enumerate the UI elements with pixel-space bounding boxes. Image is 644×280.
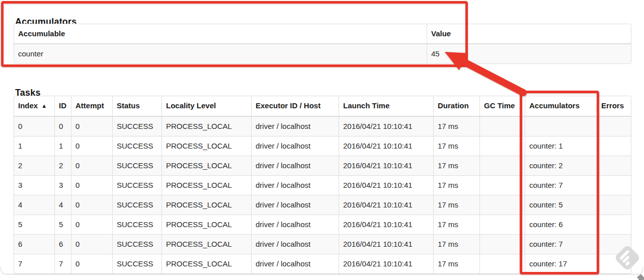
column-header-gc[interactable]: GC Time xyxy=(479,96,525,117)
column-label: Locality Level xyxy=(166,101,216,110)
cell-accumulators: counter: 6 xyxy=(525,215,597,234)
cell-attempt: 0 xyxy=(71,254,112,273)
column-label: Accumulable xyxy=(18,29,65,38)
cell-attempt: 0 xyxy=(71,175,112,195)
cell-index: 1 xyxy=(14,136,54,156)
cell-accumulable: counter xyxy=(14,44,427,63)
table-row: 660SUCCESSPROCESS_LOCALdriver / localhos… xyxy=(14,234,631,254)
cell-id: 2 xyxy=(54,156,71,175)
cell-launch: 2016/04/21 10:10:41 xyxy=(339,234,433,254)
cell-locality: PROCESS_LOCAL xyxy=(162,234,251,254)
table-row: counter45 xyxy=(14,44,631,63)
cell-status: SUCCESS xyxy=(112,117,162,136)
cell-id: 0 xyxy=(54,117,71,136)
cell-errors xyxy=(597,195,631,215)
column-header-locality[interactable]: Locality Level xyxy=(162,96,251,117)
cell-executor: driver / localhost xyxy=(251,117,339,136)
cell-launch: 2016/04/21 10:10:41 xyxy=(339,136,433,156)
cell-gc xyxy=(479,156,525,175)
cell-launch: 2016/04/21 10:10:41 xyxy=(339,254,433,273)
cell-attempt: 0 xyxy=(71,156,112,175)
table-row: 330SUCCESSPROCESS_LOCALdriver / localhos… xyxy=(14,175,631,195)
cell-launch: 2016/04/21 10:10:41 xyxy=(339,175,433,195)
cell-gc xyxy=(479,215,525,234)
cell-gc xyxy=(479,234,525,254)
cell-index: 7 xyxy=(14,254,54,273)
cell-index: 5 xyxy=(14,215,54,234)
table-row: 110SUCCESSPROCESS_LOCALdriver / localhos… xyxy=(14,136,631,156)
cell-executor: driver / localhost xyxy=(251,195,339,215)
cell-duration: 17 ms xyxy=(433,254,479,273)
cell-gc xyxy=(479,254,525,273)
column-header-status[interactable]: Status xyxy=(112,96,162,117)
cell-executor: driver / localhost xyxy=(251,156,339,175)
cell-status: SUCCESS xyxy=(112,175,162,195)
cell-gc xyxy=(479,136,525,156)
cell-locality: PROCESS_LOCAL xyxy=(162,215,251,234)
cell-duration: 17 ms xyxy=(433,175,479,195)
column-label: GC Time xyxy=(484,101,515,110)
cell-duration: 17 ms xyxy=(433,195,479,215)
column-header-accumulators[interactable]: Accumulators xyxy=(525,96,597,117)
cell-attempt: 0 xyxy=(71,195,112,215)
column-header-executor[interactable]: Executor ID / Host xyxy=(251,96,339,117)
column-label: Status xyxy=(117,101,140,110)
column-header-errors[interactable]: Errors xyxy=(597,96,631,117)
cell-gc xyxy=(479,195,525,215)
column-label: Errors xyxy=(601,101,624,110)
cell-locality: PROCESS_LOCAL xyxy=(162,117,251,136)
cell-executor: driver / localhost xyxy=(251,136,339,156)
column-header-launch[interactable]: Launch Time xyxy=(339,96,433,117)
cell-errors xyxy=(597,156,631,175)
cell-errors xyxy=(597,234,631,254)
accumulators-table: AccumulableValue counter45 xyxy=(14,24,631,64)
cell-accumulators: counter: 7 xyxy=(525,175,597,195)
cell-attempt: 0 xyxy=(71,234,112,254)
cell-locality: PROCESS_LOCAL xyxy=(162,175,251,195)
cell-errors xyxy=(597,117,631,136)
cell-errors xyxy=(597,136,631,156)
column-header-id[interactable]: ID xyxy=(54,96,71,117)
cell-locality: PROCESS_LOCAL xyxy=(162,136,251,156)
tasks-header-row: Index▲IDAttemptStatusLocality LevelExecu… xyxy=(14,96,631,117)
column-header-duration[interactable]: Duration xyxy=(433,96,479,117)
cell-gc xyxy=(479,117,525,136)
cell-errors xyxy=(597,175,631,195)
cell-accumulators: counter: 5 xyxy=(525,195,597,215)
cell-index: 3 xyxy=(14,175,54,195)
cell-id: 1 xyxy=(54,136,71,156)
cell-status: SUCCESS xyxy=(112,195,162,215)
column-label: Index xyxy=(18,101,38,110)
cell-attempt: 0 xyxy=(71,215,112,234)
cell-id: 5 xyxy=(54,215,71,234)
cell-index: 2 xyxy=(14,156,54,175)
cell-accumulators: counter: 2 xyxy=(525,156,597,175)
cell-executor: driver / localhost xyxy=(251,254,339,273)
column-header-index[interactable]: Index▲ xyxy=(14,96,54,117)
tasks-table: Index▲IDAttemptStatusLocality LevelExecu… xyxy=(14,96,631,274)
column-label: Executor ID / Host xyxy=(256,101,320,110)
column-header-value: Value xyxy=(427,24,631,44)
table-row: 770SUCCESSPROCESS_LOCALdriver / localhos… xyxy=(14,254,631,273)
cell-executor: driver / localhost xyxy=(251,215,339,234)
cell-launch: 2016/04/21 10:10:41 xyxy=(339,156,433,175)
cell-index: 6 xyxy=(14,234,54,254)
cell-duration: 17 ms xyxy=(433,136,479,156)
column-header-accumulable: Accumulable xyxy=(14,24,427,44)
cell-locality: PROCESS_LOCAL xyxy=(162,156,251,175)
cell-duration: 17 ms xyxy=(433,234,479,254)
cell-accumulators: counter: 7 xyxy=(525,234,597,254)
cell-accumulators xyxy=(525,117,597,136)
column-label: Attempt xyxy=(75,101,104,110)
cell-status: SUCCESS xyxy=(112,136,162,156)
cell-status: SUCCESS xyxy=(112,234,162,254)
table-row: 440SUCCESSPROCESS_LOCALdriver / localhos… xyxy=(14,195,631,215)
column-label: ID xyxy=(59,101,66,110)
cell-launch: 2016/04/21 10:10:41 xyxy=(339,215,433,234)
cell-launch: 2016/04/21 10:10:41 xyxy=(339,195,433,215)
column-header-attempt[interactable]: Attempt xyxy=(71,96,112,117)
cursor-fragment xyxy=(637,274,644,280)
table-row: 000SUCCESSPROCESS_LOCALdriver / localhos… xyxy=(14,117,631,136)
cell-duration: 17 ms xyxy=(433,117,479,136)
cell-locality: PROCESS_LOCAL xyxy=(162,254,251,273)
